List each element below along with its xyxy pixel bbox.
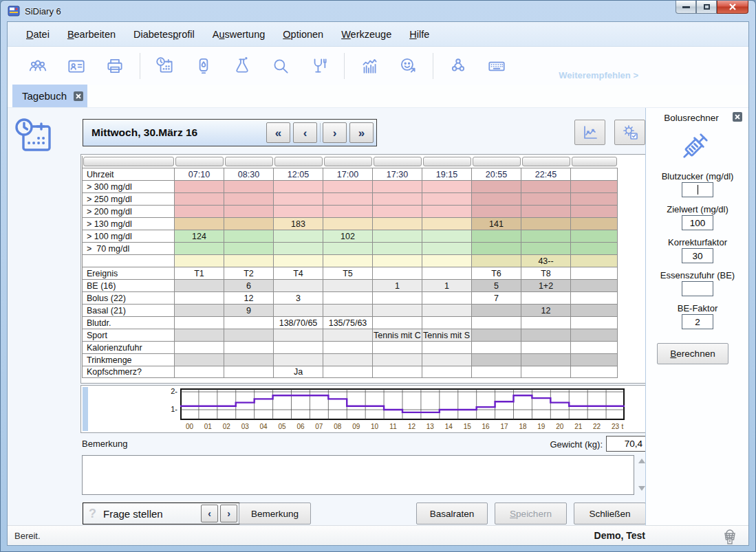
diary-cell[interactable] xyxy=(422,354,472,366)
diary-cell[interactable] xyxy=(422,206,472,217)
diary-cell[interactable] xyxy=(373,305,422,316)
settings-button[interactable] xyxy=(614,120,645,145)
bolus-input-essenszufuhr[interactable] xyxy=(682,281,713,296)
toolbar-button-calendar-clock[interactable] xyxy=(149,52,181,80)
diary-cell[interactable] xyxy=(323,329,373,341)
diary-cell[interactable] xyxy=(422,243,472,254)
diary-cell[interactable] xyxy=(175,305,224,316)
diary-cell[interactable]: Tennis mit C xyxy=(373,329,422,341)
diary-cell[interactable]: 12 xyxy=(224,292,274,304)
diary-cell[interactable] xyxy=(521,354,571,366)
diary-cell[interactable] xyxy=(323,181,373,192)
diary-cell[interactable] xyxy=(571,267,618,279)
diary-cell[interactable] xyxy=(323,366,373,377)
diary-cell[interactable]: 141 xyxy=(472,218,521,230)
toolbar-button-id-card[interactable] xyxy=(61,52,92,80)
diary-cell[interactable] xyxy=(323,243,373,254)
diary-cell[interactable] xyxy=(521,317,571,329)
diary-cell[interactable] xyxy=(472,317,521,329)
column-header-button[interactable] xyxy=(572,157,617,166)
next-day-button[interactable]: › xyxy=(323,122,347,143)
column-header-button[interactable] xyxy=(522,157,570,166)
diary-cell[interactable] xyxy=(274,230,323,242)
diary-cell[interactable] xyxy=(175,329,224,341)
diary-cell[interactable]: T6 xyxy=(472,267,521,279)
diary-cell[interactable] xyxy=(571,243,618,254)
menu-bearbeiten[interactable]: Bearbeiten xyxy=(58,25,125,44)
prev-day-button[interactable]: ‹ xyxy=(293,122,317,143)
diary-cell[interactable] xyxy=(224,243,274,254)
frage-prev-button[interactable]: ‹ xyxy=(201,505,218,522)
diary-cell[interactable]: 102 xyxy=(323,230,373,242)
diary-cell[interactable]: 12 xyxy=(521,305,571,316)
menu-werkzeuge[interactable]: Werkzeuge xyxy=(332,25,400,44)
diary-cell[interactable] xyxy=(472,206,521,217)
diary-cell[interactable] xyxy=(571,342,618,353)
first-day-button[interactable]: « xyxy=(266,122,290,143)
diary-cell[interactable] xyxy=(472,193,521,205)
diary-cell[interactable] xyxy=(274,206,323,217)
diary-cell[interactable] xyxy=(521,292,571,304)
diary-cell[interactable] xyxy=(274,329,323,341)
diary-cell[interactable] xyxy=(521,243,571,254)
diary-cell[interactable] xyxy=(224,317,274,329)
diary-cell[interactable] xyxy=(274,354,323,366)
diary-cell[interactable]: T8 xyxy=(521,267,571,279)
diary-cell[interactable] xyxy=(521,218,571,230)
column-header-button[interactable] xyxy=(324,157,372,166)
diary-cell[interactable] xyxy=(521,329,571,341)
schliessen-button[interactable]: Schließen xyxy=(574,503,646,525)
diary-cell[interactable] xyxy=(323,255,373,267)
diary-cell[interactable] xyxy=(373,366,422,377)
diary-cell[interactable] xyxy=(373,243,422,254)
column-header-button[interactable] xyxy=(374,157,422,166)
diary-cell[interactable] xyxy=(224,342,274,353)
toolbar-button-share[interactable] xyxy=(442,52,474,80)
bolus-input-zielwert[interactable]: 100 xyxy=(682,215,713,230)
diary-cell[interactable] xyxy=(422,317,472,329)
diary-cell[interactable] xyxy=(373,181,422,192)
diary-cell[interactable] xyxy=(175,342,224,353)
diary-cell[interactable] xyxy=(274,342,323,353)
diary-cell[interactable] xyxy=(175,206,224,217)
menu-auswertung[interactable]: Auswertung xyxy=(204,25,274,44)
scroll-down-icon[interactable] xyxy=(638,486,645,491)
toolbar-button-keyboard[interactable] xyxy=(481,52,512,80)
diary-cell[interactable] xyxy=(175,243,224,254)
diary-cell[interactable] xyxy=(175,255,224,267)
diary-cell[interactable] xyxy=(224,366,274,377)
diary-cell[interactable] xyxy=(373,354,422,366)
diary-cell[interactable] xyxy=(571,366,618,377)
diary-cell[interactable] xyxy=(422,193,472,205)
column-header-button[interactable] xyxy=(274,157,323,166)
diary-cell[interactable] xyxy=(571,193,618,205)
diary-cell[interactable] xyxy=(472,181,521,192)
diary-cell[interactable]: T5 xyxy=(323,267,373,279)
diary-cell[interactable] xyxy=(373,218,422,230)
diary-cell[interactable]: 1 xyxy=(373,280,422,291)
toolbar-button-glucose-meter[interactable] xyxy=(188,52,219,80)
bemerkung-textarea[interactable] xyxy=(82,455,634,495)
diary-cell[interactable] xyxy=(323,218,373,230)
toolbar-button-printer[interactable] xyxy=(99,52,131,80)
menu-optionen[interactable]: Optionen xyxy=(274,25,332,44)
diary-cell[interactable]: 6 xyxy=(224,280,274,291)
last-day-button[interactable]: » xyxy=(349,122,374,143)
diary-cell[interactable]: 1 xyxy=(422,280,472,291)
diary-cell[interactable]: T2 xyxy=(224,267,274,279)
menu-datei[interactable]: Datei xyxy=(17,25,58,44)
diary-cell[interactable]: 124 xyxy=(175,230,224,242)
column-header-button[interactable] xyxy=(225,157,273,166)
diary-cell[interactable] xyxy=(224,255,274,267)
diary-cell[interactable] xyxy=(175,193,224,205)
toolbar-button-food-drink[interactable] xyxy=(303,52,335,80)
diary-cell[interactable] xyxy=(571,280,618,291)
diary-cell[interactable]: 3 xyxy=(274,292,323,304)
menu-hilfe[interactable]: Hilfe xyxy=(400,25,438,44)
diary-cell[interactable] xyxy=(472,255,521,267)
diary-cell[interactable] xyxy=(521,366,571,377)
diary-cell[interactable] xyxy=(323,305,373,316)
diary-cell[interactable] xyxy=(472,305,521,316)
diary-cell[interactable] xyxy=(274,255,323,267)
diary-cell[interactable] xyxy=(472,342,521,353)
